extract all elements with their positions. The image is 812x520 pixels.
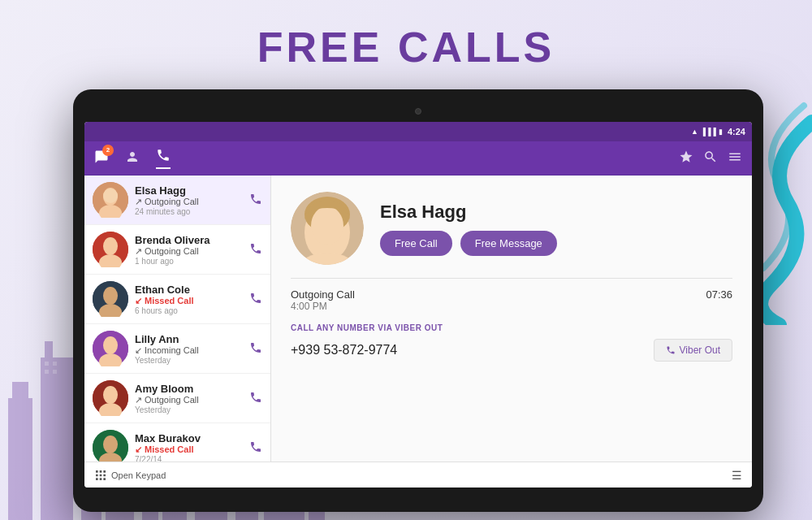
call-action-icon[interactable]: [249, 292, 262, 307]
nav-menu-icon[interactable]: [728, 150, 742, 167]
caller-name: Lilly Ann: [135, 333, 243, 345]
status-time: 4:24: [728, 127, 745, 136]
call-action-icon[interactable]: [249, 242, 262, 258]
nav-right-icons: [679, 150, 752, 167]
svg-rect-3: [45, 341, 53, 358]
detail-call-duration: 07:36: [706, 288, 732, 301]
outgoing-arrow-icon: ↗: [135, 197, 142, 207]
svg-point-24: [103, 237, 118, 255]
svg-point-36: [103, 436, 118, 453]
svg-rect-18: [53, 370, 57, 374]
nav-messages-icon[interactable]: 2: [94, 150, 109, 167]
call-detail-info: Outgoing Call 4:00 PM 07:36 CALL ANY NUM…: [291, 278, 732, 362]
phone-number: +939 53-872-9774: [291, 343, 397, 358]
call-action-icon[interactable]: [249, 193, 262, 208]
avatar: [93, 182, 128, 218]
list-item[interactable]: Amy Bloom ↗ Outgoing Call Yesterday: [84, 374, 270, 423]
outgoing-arrow-icon: ↗: [135, 395, 142, 405]
call-type: ↙ Incoming Call: [135, 345, 243, 356]
avatar: [93, 380, 128, 416]
call-time: 7/22/14: [135, 455, 243, 462]
navigation-bar: 2: [84, 141, 752, 176]
missed-icon: ↙: [135, 296, 142, 306]
signal-icon: ▐▐▐: [701, 128, 716, 136]
tablet-screen: ▲ ▐▐▐ ▮ 4:24 2: [84, 122, 752, 488]
detail-action-buttons: Free Call Free Message: [380, 231, 557, 256]
avatar: [93, 331, 128, 366]
list-item[interactable]: Max Burakov ↙ Missed Call 7/22/14: [84, 423, 270, 462]
tablet-camera: [415, 108, 421, 115]
call-info: Max Burakov ↙ Missed Call 7/22/14: [135, 432, 243, 462]
detail-call-type: Outgoing Call: [291, 288, 355, 301]
viber-out-label: CALL ANY NUMBER VIA VIBER OUT: [291, 323, 732, 332]
detail-call-type-group: Outgoing Call 4:00 PM: [291, 288, 355, 312]
detail-avatar: [291, 192, 364, 265]
bottom-bar: Open Keypad ☰: [84, 462, 752, 488]
call-list: Elsa Hagg ↗ Outgoing Call 24 minutes ago: [84, 176, 271, 462]
incoming-arrow-icon: ↙: [135, 345, 142, 356]
nav-calls-icon[interactable]: [156, 148, 171, 169]
list-item[interactable]: Ethan Cole ↙ Missed Call 6 hours ago: [84, 275, 270, 324]
detail-contact-info: Elsa Hagg Free Call Free Message: [380, 202, 557, 256]
call-type: ↙ Missed Call: [135, 296, 243, 306]
svg-point-45: [311, 206, 343, 245]
nav-star-icon[interactable]: [679, 150, 693, 167]
open-keypad-label: Open Keypad: [111, 470, 166, 480]
avatar: [93, 430, 128, 462]
svg-rect-0: [8, 398, 32, 520]
tablet-top-bar: [84, 104, 752, 119]
call-action-icon[interactable]: [249, 341, 262, 357]
call-info: Lilly Ann ↙ Incoming Call Yesterday: [135, 333, 243, 365]
message-badge: 2: [102, 145, 114, 156]
call-time: Yesterday: [135, 405, 243, 414]
call-time: Yesterday: [135, 356, 243, 365]
free-call-button[interactable]: Free Call: [380, 231, 452, 256]
status-icons: ▲ ▐▐▐ ▮: [691, 128, 723, 136]
outgoing-arrow-icon: ↗: [135, 246, 142, 257]
call-action-icon[interactable]: [249, 440, 262, 456]
call-action-icon[interactable]: [249, 391, 262, 406]
svg-rect-1: [12, 382, 28, 398]
wifi-icon: ▲: [691, 128, 698, 136]
call-time: 6 hours ago: [135, 306, 243, 315]
viber-out-button[interactable]: Viber Out: [654, 339, 732, 362]
status-bar: ▲ ▐▐▐ ▮ 4:24: [84, 122, 752, 141]
viber-out-button-label: Viber Out: [680, 344, 720, 356]
call-info: Elsa Hagg ↗ Outgoing Call 24 minutes ago: [135, 184, 243, 216]
svg-rect-17: [45, 370, 49, 374]
svg-rect-2: [41, 358, 73, 520]
free-message-button[interactable]: Free Message: [460, 231, 557, 256]
caller-name: Ethan Cole: [135, 284, 243, 296]
viber-out-section: CALL ANY NUMBER VIA VIBER OUT +939 53-87…: [291, 323, 732, 362]
svg-point-27: [103, 287, 118, 305]
detail-header: Elsa Hagg Free Call Free Message: [291, 192, 732, 265]
svg-rect-16: [53, 362, 57, 366]
avatar: [93, 281, 128, 317]
avatar: [93, 232, 128, 267]
nav-search-icon[interactable]: [703, 150, 718, 167]
list-item[interactable]: Brenda Olivera ↗ Outgoing Call 1 hour ag…: [84, 225, 270, 275]
detail-contact-name: Elsa Hagg: [380, 202, 557, 223]
detail-call-subtime: 4:00 PM: [291, 301, 355, 312]
svg-point-33: [103, 386, 118, 404]
caller-name: Amy Bloom: [135, 383, 243, 395]
page-title: FREE CALLS: [0, 23, 812, 72]
call-info: Amy Bloom ↗ Outgoing Call Yesterday: [135, 383, 243, 414]
bottom-menu-icon[interactable]: ☰: [732, 469, 742, 482]
call-type: ↗ Outgoing Call: [135, 197, 243, 207]
list-item[interactable]: Elsa Hagg ↗ Outgoing Call 24 minutes ago: [84, 176, 270, 225]
detail-call-row: Outgoing Call 4:00 PM 07:36: [291, 288, 732, 312]
svg-rect-15: [45, 362, 49, 366]
open-keypad-button[interactable]: Open Keypad: [94, 469, 166, 482]
list-item[interactable]: Lilly Ann ↙ Incoming Call Yesterday: [84, 324, 270, 374]
call-type: ↗ Outgoing Call: [135, 395, 243, 405]
call-type: ↗ Outgoing Call: [135, 246, 243, 257]
call-detail-panel: Elsa Hagg Free Call Free Message Outgoin…: [271, 176, 752, 462]
main-content: Elsa Hagg ↗ Outgoing Call 24 minutes ago: [84, 176, 752, 462]
svg-point-30: [103, 336, 118, 354]
caller-name: Brenda Olivera: [135, 234, 243, 246]
call-type: ↙ Missed Call: [135, 444, 243, 455]
missed-icon: ↙: [135, 444, 142, 455]
nav-left-icons: 2: [84, 148, 679, 169]
nav-contacts-icon[interactable]: [125, 150, 140, 167]
